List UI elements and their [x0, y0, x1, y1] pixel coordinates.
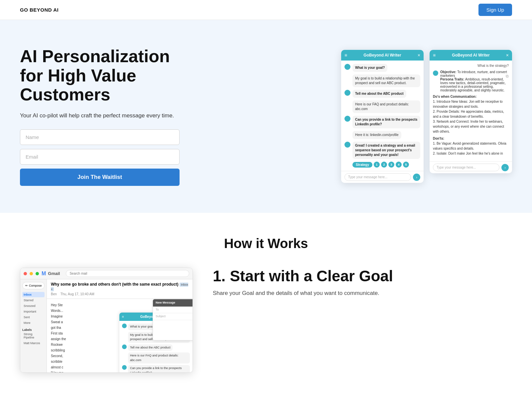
gmail-nav-inbox[interactable]: Inbox	[22, 292, 45, 297]
how-content: M Gmail ✏ Compose Inbox Starred Snoozed …	[20, 268, 512, 373]
name-input[interactable]	[20, 129, 180, 145]
nav-logo: GO BEYOND AI	[20, 7, 59, 13]
chat-bubble-q4: Great! I created a strategy and a email …	[352, 142, 420, 159]
overlay-avatar-3	[122, 365, 127, 370]
strategy-row: Strategy 1 2 3 4 5	[352, 162, 420, 168]
how-title: How it Works	[20, 236, 512, 251]
chat2-objective-row: Objective: To introduce, nurture, and co…	[433, 70, 509, 92]
hero-title: AI Personalization for High Value Custom…	[20, 47, 180, 104]
chat-answer-1: My goal is to build a relationship with …	[352, 74, 420, 87]
chat-send-btn-1[interactable]: ›	[413, 174, 420, 181]
hero-left: AI Personalization for High Value Custom…	[20, 47, 180, 186]
chat-input-2[interactable]: Type your message here...	[433, 164, 499, 171]
close-icon-2[interactable]: ×	[506, 53, 509, 58]
chat-header-1: ≡ GoBeyond AI Writer ×	[341, 50, 424, 61]
waitlist-button[interactable]: Join The Waitlist	[20, 169, 180, 186]
chat-avatar-2	[344, 90, 350, 96]
chat2-header-text: What is the strategy?	[433, 64, 509, 67]
overlay-msg-3: Tell me about the ABC product	[122, 344, 190, 351]
hero-right: ≡ GoBeyond AI Writer × What is your goal…	[200, 50, 512, 183]
email-num-4[interactable]: 4	[396, 162, 402, 168]
chat2-donts-section: Don'ts: 1. Be Vague: Avoid generalized s…	[433, 136, 509, 156]
gmail-nav-important[interactable]: Important	[22, 309, 45, 314]
how-step-1-title: 1. Start with a Clear Goal	[213, 268, 512, 285]
gmail-email-meta: Ben Thu, Aug 17, 10:40 AM	[51, 292, 189, 296]
chat-msg-a2: Here is our FAQ and product details: abc…	[344, 100, 420, 113]
chat-input-1[interactable]: Type your message here...	[344, 173, 411, 181]
chat-body-1: What is your goal? My goal is to build a…	[341, 61, 424, 171]
overlay-avatar-2	[122, 344, 127, 349]
hero-section: AI Personalization for High Value Custom…	[0, 20, 532, 213]
new-msg-to[interactable]: To	[153, 307, 193, 314]
chat-title-1: GoBeyond AI Writer	[347, 53, 418, 58]
chat-msg-q4: Great! I created a strategy and a email …	[344, 142, 420, 159]
gmail-label: Gmail	[48, 271, 60, 276]
gmail-label-2[interactable]: Matt Marcos	[22, 340, 45, 346]
overlay-hamburger-icon: ≡	[122, 314, 124, 319]
gmail-main: Why some go broke and others don't (with…	[47, 279, 193, 372]
gmail-nav-starred[interactable]: Starred	[22, 298, 45, 303]
how-section: How it Works M Gmail ✏	[0, 213, 532, 396]
chat-title-2: GoBeyond AI Writer	[436, 53, 506, 58]
new-message-panel: New Message To Subject	[153, 299, 193, 340]
chat-avatar-1	[344, 64, 350, 70]
chat-window-1: ≡ GoBeyond AI Writer × What is your goal…	[341, 50, 424, 183]
gmail-nav-snoozed[interactable]: Snoozed	[22, 303, 45, 309]
window-min-dot	[30, 272, 33, 275]
gmail-nav-more[interactable]: More	[22, 320, 45, 326]
chat-window-2: ≡ GoBeyond AI Writer × What is the strat…	[430, 50, 512, 173]
compose-icon: ✏	[25, 284, 28, 287]
gmail-email-subject: Why some go broke and others don't (with…	[51, 282, 189, 291]
chat2-objective-text: Objective: To introduce, nurture, and co…	[440, 70, 509, 92]
chat-msg-a1: My goal is to build a relationship with …	[344, 74, 420, 87]
chat-msg-q1: What is your goal?	[344, 64, 420, 72]
chat-bubble-q1: What is your goal?	[352, 64, 387, 72]
gmail-sidebar: ✏ Compose Inbox Starred Snoozed Importan…	[20, 279, 47, 372]
chat-answer-3: Here it is: linkedin.com/profile	[352, 131, 401, 139]
email-num-5[interactable]: 5	[403, 162, 409, 168]
gmail-mockup: M Gmail ✏ Compose Inbox Starred Snoozed …	[20, 268, 193, 373]
how-screenshot: M Gmail ✏ Compose Inbox Starred Snoozed …	[20, 268, 193, 373]
gmail-label-1[interactable]: Strong Pipeline	[22, 332, 45, 340]
new-msg-body[interactable]	[153, 320, 193, 340]
overlay-bubble-5: Can you provide a link to the prospects …	[128, 365, 190, 372]
chat-bubble-q2: Tell me about the ABC product	[352, 90, 406, 98]
gmail-logo: M Gmail	[42, 271, 60, 277]
gmail-labels-header: Labels	[22, 328, 45, 332]
hero-subtitle: Your AI co-pilot will help craft the per…	[20, 111, 180, 120]
close-icon-1[interactable]: ×	[418, 53, 420, 58]
gmail-m-icon: M	[42, 271, 46, 277]
gmail-inner: ✏ Compose Inbox Starred Snoozed Importan…	[20, 279, 193, 372]
chat2-obj-icon	[433, 70, 438, 76]
email-num-1[interactable]: 1	[374, 162, 380, 168]
signup-button[interactable]: Sign Up	[478, 4, 512, 16]
chat-footer-2: Type your message here... ›	[430, 161, 512, 173]
gmail-compose-btn[interactable]: ✏ Compose	[22, 282, 45, 289]
overlay-avatar-1	[122, 324, 127, 328]
new-msg-header: New Message	[153, 299, 193, 307]
chat-avatar-4	[344, 142, 350, 148]
overlay-bubble-3: Tell me about the ABC product	[128, 344, 173, 351]
overlay-msg-4: Here is our FAQ and product details: abc…	[122, 352, 190, 363]
chat2-dos-section: Do's when Communication: 1. Introduce Ne…	[433, 94, 509, 134]
email-num-3[interactable]: 3	[388, 162, 394, 168]
strategy-badge[interactable]: Strategy	[352, 162, 372, 168]
overlay-bubble-4: Here is our FAQ and product details: abc…	[128, 352, 190, 363]
gmail-email-body: Hey SteWords...ImagineSweat agot thaFirs…	[47, 299, 193, 372]
how-text: 1. Start with a Clear Goal Share your Go…	[213, 268, 512, 298]
new-msg-subject[interactable]: Subject	[153, 313, 193, 320]
window-close-dot	[24, 272, 27, 275]
window-max-dot	[36, 272, 39, 275]
email-num-2[interactable]: 2	[381, 162, 387, 168]
chat-send-btn-2[interactable]: ›	[501, 164, 509, 171]
email-input[interactable]	[20, 149, 180, 165]
chat-msg-a3: Here it is: linkedin.com/profile	[344, 131, 420, 139]
gmail-nav-sent[interactable]: Sent	[22, 315, 45, 320]
copy-icon[interactable]: ⧉	[506, 74, 509, 78]
hamburger-icon-2: ≡	[433, 53, 436, 58]
chat2-body: What is the strategy? Objective: To intr…	[430, 61, 512, 161]
gmail-topbar: M Gmail	[20, 268, 193, 279]
how-step-1-desc: Share your Goal and the details of what …	[213, 289, 512, 298]
gmail-search[interactable]	[66, 270, 189, 277]
chat-header-2: ≡ GoBeyond AI Writer ×	[430, 50, 512, 61]
